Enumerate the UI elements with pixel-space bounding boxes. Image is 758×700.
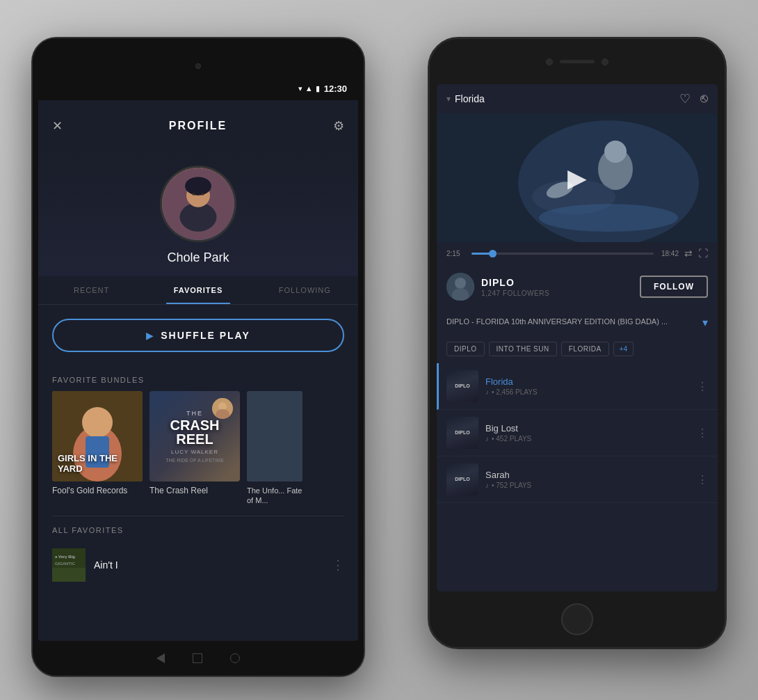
progress-start: 2:15 (446, 250, 466, 257)
profile-tabs: RECENT FAVORITES FOLLOWING (38, 276, 358, 305)
play-button-overlay[interactable]: ▶ (567, 164, 587, 193)
bundle-item-third[interactable]: The Unfo... Fate of M... (247, 391, 337, 506)
track-item-biglost[interactable]: DIPLO Big Lost ♪ • 452 PLAYS ⋮ (437, 410, 718, 456)
phone2-iphone: ▾ Florida ♡ ⎋ (428, 37, 727, 649)
music-note-icon: ♪ (485, 388, 489, 396)
album-description: DIPLO - FLORIDA 10th ANNIVERSARY EDITION… (437, 309, 718, 336)
svg-rect-19 (52, 568, 86, 582)
svg-point-9 (82, 407, 113, 438)
description-dropdown-icon[interactable]: ▾ (702, 316, 708, 329)
track-more-icon-2[interactable]: ⋮ (697, 427, 708, 440)
progress-bar[interactable] (471, 253, 654, 255)
svg-rect-15 (247, 391, 303, 482)
bundles-section-title: FAVORITE BUNDLES (38, 366, 358, 391)
recents-button[interactable] (230, 653, 240, 663)
bundle-item-crash[interactable]: THE CRASHREEL LUCY WALKER THE RIDE OF A … (150, 391, 240, 506)
track-thumbnail-2: DIPLO (446, 417, 478, 449)
bundles-row: GIRLS IN THE YARD Fool's Gold Records TH… (38, 391, 358, 516)
phone2-camera (546, 58, 553, 65)
bundle-image-crash: THE CRASHREEL LUCY WALKER THE RIDE OF A … (150, 391, 240, 482)
track-name-3: Sarah (485, 470, 690, 480)
battery-icon: ▮ (316, 84, 320, 93)
avatar-image (162, 168, 234, 240)
phone1-android: ▾ ▲ ▮ 12:30 ✕ PROFILE ⚙ (31, 37, 365, 677)
avatar-section: Chole Park (38, 152, 358, 276)
back-button[interactable] (156, 653, 165, 663)
status-time: 12:30 (324, 83, 347, 94)
bundle-title-crash: The Crash Reel (150, 486, 240, 497)
shuffle-label: SHUFFLE PLAY (161, 330, 250, 341)
music-note-icon-2: ♪ (485, 435, 489, 443)
share-icon[interactable]: ⎋ (700, 91, 708, 106)
shuffle-play-button[interactable]: ▶ SHUFFLE PLAY (52, 319, 344, 352)
play-icon: ▶ (146, 330, 154, 341)
home-button[interactable] (193, 653, 202, 663)
music-note-icon-3: ♪ (485, 482, 489, 489)
tag-more[interactable]: +4 (613, 342, 634, 356)
all-favorites-title: ALL FAVORITES (38, 516, 358, 541)
tab-favorites[interactable]: FAVORITES (145, 276, 251, 304)
bundle-image-third (247, 391, 303, 482)
artist-info: DIPLO 1,247 FOLLOWERS (481, 277, 633, 297)
settings-icon[interactable]: ⚙ (333, 118, 344, 134)
user-name: Chole Park (167, 250, 229, 265)
signal-icon: ▲ (305, 84, 313, 93)
phone1-camera (195, 63, 201, 69)
track-name-1: Florida (485, 376, 690, 387)
svg-point-4 (192, 193, 195, 196)
svg-point-26 (539, 204, 678, 232)
phone2-top-bar (430, 39, 725, 84)
track-more-icon-3[interactable]: ⋮ (697, 473, 708, 486)
album-description-text: DIPLO - FLORIDA 10th ANNIVERSARY EDITION… (446, 316, 702, 328)
progress-knob (489, 250, 497, 257)
heart-icon[interactable]: ♡ (679, 91, 691, 106)
current-track-title: Florida (455, 93, 485, 104)
svg-point-3 (185, 177, 211, 195)
svg-point-23 (604, 141, 627, 163)
tags-row: DIPLO INTO THE SUN FLORIDA +4 (437, 336, 718, 363)
phone2-speaker (560, 60, 595, 63)
more-options-icon[interactable]: ⋮ (332, 557, 344, 573)
track-info-2: Big Lost ♪ • 452 PLAYS (485, 423, 690, 443)
tab-recent[interactable]: RECENT (38, 276, 145, 304)
page-title: PROFILE (155, 110, 241, 142)
phone2-screen: ▾ Florida ♡ ⎋ (437, 84, 718, 591)
wifi-icon: ▾ (298, 84, 303, 93)
fullscreen-icon[interactable]: ⛶ (698, 248, 708, 259)
track-meta-1: ♪ • 2,456 PLAYS (485, 388, 690, 396)
phone2-bottom-bar (430, 591, 725, 647)
track-item-sarah[interactable]: DIPLO Sarah ♪ • 752 PLAYS ⋮ (437, 456, 718, 503)
favorite-item[interactable]: a Very Big GIGANTIC Ain't I ⋮ (38, 541, 358, 589)
fav-item-name: Ain't I (94, 559, 118, 571)
iphone-home-button[interactable] (561, 603, 593, 635)
tag-florida[interactable]: FLORIDA (561, 342, 609, 356)
phone1-bottom-bar (33, 641, 364, 676)
status-bar: ▾ ▲ ▮ 12:30 (38, 77, 358, 100)
progress-end: 18:42 (659, 250, 679, 257)
phone1-screen: ▾ ▲ ▮ 12:30 ✕ PROFILE ⚙ (38, 77, 358, 641)
tab-following[interactable]: FOLLOWING (252, 276, 358, 304)
album-art[interactable]: ▶ (437, 113, 718, 242)
track-more-icon-1[interactable]: ⋮ (697, 380, 708, 393)
now-playing-actions: ♡ ⎋ (679, 91, 708, 106)
profile-header: ✕ PROFILE ⚙ (38, 100, 358, 152)
track-meta-3: ♪ • 752 PLAYS (485, 482, 690, 489)
fav-item-info: Ain't I (94, 559, 323, 571)
shuffle-icon[interactable]: ⇄ (684, 248, 693, 259)
bundle-image-girls: GIRLS IN THE YARD (52, 391, 143, 482)
tag-into-the-sun[interactable]: INTO THE SUN (489, 342, 557, 356)
now-playing-header: ▾ Florida ♡ ⎋ (437, 84, 718, 113)
bundle-overlay-girls: GIRLS IN THE YARD (58, 453, 143, 475)
svg-point-28 (455, 278, 466, 289)
tag-diplo[interactable]: DIPLO (446, 342, 485, 356)
svg-text:a Very Big: a Very Big (55, 555, 75, 559)
svg-text:GIGANTIC: GIGANTIC (55, 562, 76, 566)
crash-portrait (212, 398, 233, 419)
follow-button[interactable]: FOLLOW (640, 276, 708, 298)
collapse-icon[interactable]: ▾ (446, 94, 451, 104)
progress-fill (471, 253, 493, 255)
track-item-florida[interactable]: DIPLO Florida ♪ • 2,456 PLAYS ⋮ (437, 363, 718, 410)
close-icon[interactable]: ✕ (52, 118, 63, 134)
bundle-item[interactable]: GIRLS IN THE YARD Fool's Gold Records (52, 391, 143, 506)
track-name-2: Big Lost (485, 423, 690, 433)
